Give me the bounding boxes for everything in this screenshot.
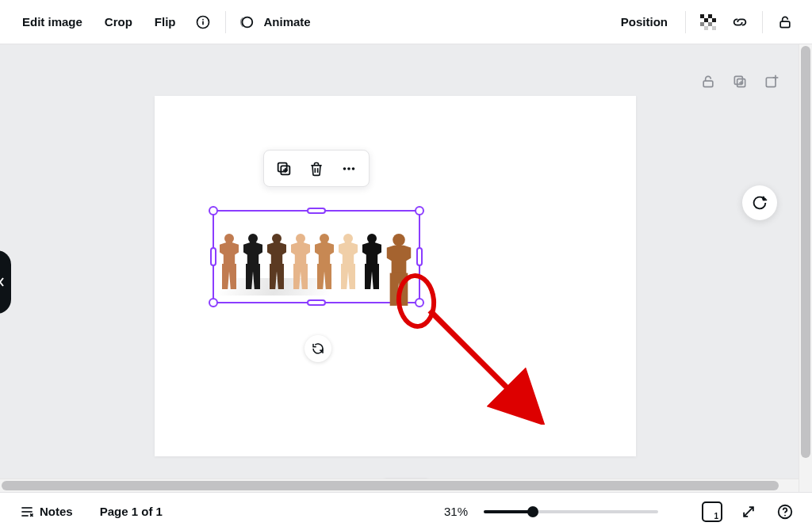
lock-icon[interactable] [771, 8, 799, 36]
page-count-badge: 1 [702, 501, 722, 522]
svg-point-3 [242, 17, 252, 27]
toolbar-separator [685, 11, 686, 33]
fullscreen-button[interactable] [734, 498, 763, 526]
svg-rect-7 [704, 18, 708, 22]
figure [360, 234, 384, 289]
resize-handle-left[interactable] [210, 247, 216, 266]
figure [312, 234, 336, 289]
info-icon[interactable] [189, 8, 217, 36]
page-lock-icon[interactable] [699, 73, 717, 90]
side-panel-expand-tab[interactable] [0, 250, 11, 314]
pages-view-button[interactable]: 1 [698, 498, 726, 526]
svg-point-30 [352, 167, 355, 170]
horizontal-scrollbar[interactable] [0, 479, 799, 492]
selected-image[interactable] [217, 216, 416, 289]
figure [241, 234, 265, 289]
resize-handle-bottom-left[interactable] [209, 298, 218, 307]
zoom-percentage[interactable]: 31% [444, 505, 468, 518]
svg-line-37 [744, 507, 753, 517]
figure [217, 234, 241, 289]
svg-point-29 [347, 167, 350, 170]
resize-handle-right[interactable] [416, 247, 423, 266]
toolbar-separator [762, 11, 763, 33]
help-button[interactable] [771, 498, 799, 526]
svg-point-28 [343, 167, 347, 170]
svg-rect-8 [712, 18, 716, 22]
selection-box[interactable] [213, 210, 420, 303]
svg-rect-9 [700, 22, 704, 26]
page-indicator[interactable]: Page 1 of 1 [100, 505, 163, 518]
svg-rect-19 [766, 78, 776, 87]
svg-rect-12 [712, 26, 716, 30]
svg-rect-11 [704, 26, 708, 30]
delete-icon[interactable] [302, 154, 331, 183]
notes-icon [19, 504, 35, 520]
crop-button[interactable]: Crop [95, 9, 142, 35]
svg-point-39 [784, 514, 786, 516]
rotate-handle[interactable] [304, 335, 331, 362]
flip-button[interactable]: Flip [145, 9, 186, 35]
svg-rect-14 [703, 81, 713, 87]
animate-icon [234, 8, 258, 36]
animate-button[interactable]: Animate [261, 9, 320, 35]
canvas-workspace[interactable] [0, 44, 812, 492]
figure [336, 234, 360, 289]
resize-handle-top[interactable] [307, 208, 326, 214]
figure [289, 234, 312, 289]
figure [265, 234, 289, 289]
vertical-scrollbar[interactable] [799, 44, 812, 492]
notes-button[interactable]: Notes [13, 498, 79, 526]
svg-rect-10 [708, 22, 712, 26]
svg-point-2 [202, 18, 204, 20]
bottom-bar: Notes Page 1 of 1 31% 1 [0, 492, 812, 530]
resize-handle-bottom[interactable] [307, 299, 326, 306]
duplicate-page-icon[interactable] [731, 73, 749, 90]
notes-label: Notes [40, 505, 73, 518]
svg-rect-5 [700, 14, 704, 18]
comment-button[interactable] [742, 185, 777, 220]
edit-image-button[interactable]: Edit image [13, 9, 92, 35]
svg-rect-6 [708, 14, 712, 18]
svg-rect-13 [780, 21, 790, 27]
page-controls [699, 73, 780, 90]
transparency-icon[interactable] [694, 8, 722, 36]
top-toolbar: Edit image Crop Flip Animate Position [0, 0, 812, 44]
more-icon[interactable] [335, 154, 363, 183]
position-button[interactable]: Position [611, 9, 677, 35]
selection-context-toolbar [263, 150, 370, 187]
toolbar-separator [225, 11, 226, 33]
add-page-icon[interactable] [763, 73, 780, 90]
link-icon[interactable] [726, 8, 754, 36]
duplicate-icon[interactable] [270, 154, 298, 183]
zoom-slider[interactable] [484, 510, 658, 513]
resize-handle-top-left[interactable] [209, 206, 218, 215]
resize-handle-top-right[interactable] [415, 206, 424, 215]
